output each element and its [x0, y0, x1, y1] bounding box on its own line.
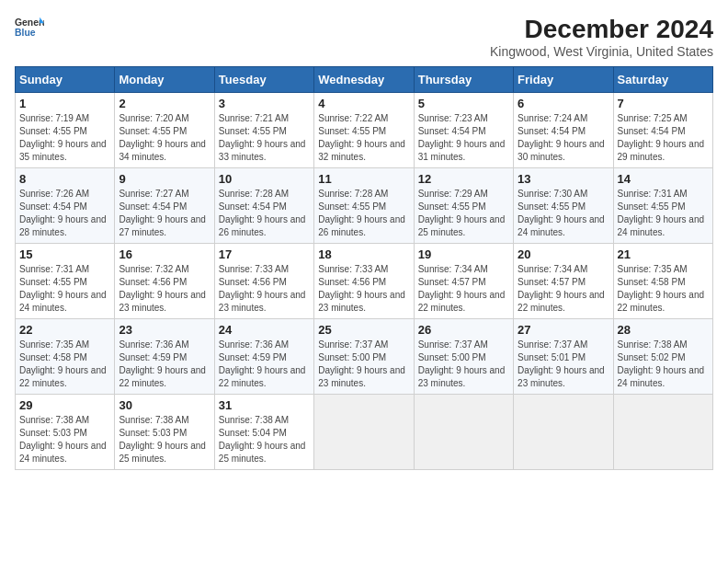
day-info: Sunrise: 7:20 AMSunset: 4:55 PMDaylight:…: [119, 112, 210, 164]
day-number: 19: [418, 247, 509, 261]
day-info: Sunrise: 7:35 AMSunset: 4:58 PMDaylight:…: [19, 339, 110, 390]
day-number: 24: [219, 323, 310, 337]
table-row: 29 Sunrise: 7:38 AMSunset: 5:03 PMDaylig…: [16, 395, 115, 470]
table-row: 14 Sunrise: 7:31 AMSunset: 4:55 PMDaylig…: [613, 168, 712, 244]
calendar-week-row: 29 Sunrise: 7:38 AMSunset: 5:03 PMDaylig…: [16, 395, 713, 470]
day-number: 17: [219, 247, 310, 261]
table-row: 19 Sunrise: 7:34 AMSunset: 4:57 PMDaylig…: [414, 244, 513, 319]
table-row: 8 Sunrise: 7:26 AMSunset: 4:54 PMDayligh…: [16, 168, 115, 244]
table-row: 10 Sunrise: 7:28 AMSunset: 4:54 PMDaylig…: [214, 168, 313, 244]
day-number: 22: [19, 323, 110, 337]
day-number: 1: [19, 97, 110, 110]
day-info: Sunrise: 7:25 AMSunset: 4:54 PMDaylight:…: [618, 112, 709, 164]
day-info: Sunrise: 7:28 AMSunset: 4:55 PMDaylight:…: [318, 188, 409, 239]
calendar-week-row: 22 Sunrise: 7:35 AMSunset: 4:58 PMDaylig…: [16, 319, 713, 395]
table-row: 23 Sunrise: 7:36 AMSunset: 4:59 PMDaylig…: [115, 319, 214, 395]
day-info: Sunrise: 7:30 AMSunset: 4:55 PMDaylight:…: [518, 188, 609, 239]
col-monday: Monday: [115, 67, 214, 93]
col-thursday: Thursday: [414, 67, 513, 93]
table-row: 28 Sunrise: 7:38 AMSunset: 5:02 PMDaylig…: [613, 319, 712, 395]
table-row: 24 Sunrise: 7:36 AMSunset: 4:59 PMDaylig…: [214, 319, 313, 395]
day-info: Sunrise: 7:33 AMSunset: 4:56 PMDaylight:…: [318, 263, 409, 315]
day-info: Sunrise: 7:37 AMSunset: 5:00 PMDaylight:…: [418, 339, 509, 390]
day-info: Sunrise: 7:34 AMSunset: 4:57 PMDaylight:…: [418, 263, 509, 315]
table-row: 21 Sunrise: 7:35 AMSunset: 4:58 PMDaylig…: [613, 244, 712, 319]
table-row: 20 Sunrise: 7:34 AMSunset: 4:57 PMDaylig…: [514, 244, 613, 319]
table-row: 12 Sunrise: 7:29 AMSunset: 4:55 PMDaylig…: [414, 168, 513, 244]
calendar-header-row: Sunday Monday Tuesday Wednesday Thursday…: [16, 67, 713, 93]
day-info: Sunrise: 7:38 AMSunset: 5:03 PMDaylight:…: [19, 414, 110, 465]
col-wednesday: Wednesday: [314, 67, 414, 93]
logo: General Blue: [15, 15, 44, 40]
table-row: 18 Sunrise: 7:33 AMSunset: 4:56 PMDaylig…: [314, 244, 414, 319]
day-number: 16: [119, 247, 210, 261]
logo-icon: General Blue: [15, 15, 44, 40]
day-number: 8: [19, 172, 110, 186]
day-number: 31: [219, 398, 310, 412]
day-info: Sunrise: 7:27 AMSunset: 4:54 PMDaylight:…: [119, 188, 210, 239]
day-number: 12: [418, 172, 509, 186]
day-number: 30: [119, 398, 210, 412]
day-number: 5: [418, 97, 509, 110]
day-number: 6: [518, 97, 609, 110]
day-number: 26: [418, 323, 509, 337]
day-number: 18: [318, 247, 409, 261]
day-number: 29: [19, 398, 110, 412]
day-info: Sunrise: 7:28 AMSunset: 4:54 PMDaylight:…: [219, 188, 310, 239]
day-info: Sunrise: 7:38 AMSunset: 5:03 PMDaylight:…: [119, 414, 210, 465]
table-row: 27 Sunrise: 7:37 AMSunset: 5:01 PMDaylig…: [514, 319, 613, 395]
day-info: Sunrise: 7:37 AMSunset: 5:00 PMDaylight:…: [318, 339, 409, 390]
day-number: 3: [219, 97, 310, 110]
header: General Blue December 2024 Kingwood, Wes…: [15, 15, 713, 59]
day-info: Sunrise: 7:31 AMSunset: 4:55 PMDaylight:…: [618, 188, 709, 239]
day-info: Sunrise: 7:35 AMSunset: 4:58 PMDaylight:…: [618, 263, 709, 315]
page-title: December 2024: [490, 15, 713, 44]
table-row: 1 Sunrise: 7:19 AMSunset: 4:55 PMDayligh…: [16, 93, 115, 168]
calendar-table: Sunday Monday Tuesday Wednesday Thursday…: [15, 66, 713, 470]
table-row: [613, 395, 712, 470]
day-info: Sunrise: 7:23 AMSunset: 4:54 PMDaylight:…: [418, 112, 509, 164]
col-sunday: Sunday: [16, 67, 115, 93]
day-info: Sunrise: 7:29 AMSunset: 4:55 PMDaylight:…: [418, 188, 509, 239]
day-info: Sunrise: 7:33 AMSunset: 4:56 PMDaylight:…: [219, 263, 310, 315]
table-row: 3 Sunrise: 7:21 AMSunset: 4:55 PMDayligh…: [214, 93, 313, 168]
day-number: 15: [19, 247, 110, 261]
day-number: 2: [119, 97, 210, 110]
day-number: 20: [518, 247, 609, 261]
table-row: 30 Sunrise: 7:38 AMSunset: 5:03 PMDaylig…: [115, 395, 214, 470]
col-saturday: Saturday: [613, 67, 712, 93]
day-info: Sunrise: 7:38 AMSunset: 5:02 PMDaylight:…: [618, 339, 709, 390]
day-number: 13: [518, 172, 609, 186]
day-info: Sunrise: 7:36 AMSunset: 4:59 PMDaylight:…: [119, 339, 210, 390]
table-row: 15 Sunrise: 7:31 AMSunset: 4:55 PMDaylig…: [16, 244, 115, 319]
col-friday: Friday: [514, 67, 613, 93]
table-row: 11 Sunrise: 7:28 AMSunset: 4:55 PMDaylig…: [314, 168, 414, 244]
day-number: 14: [618, 172, 709, 186]
table-row: 26 Sunrise: 7:37 AMSunset: 5:00 PMDaylig…: [414, 319, 513, 395]
day-number: 11: [318, 172, 409, 186]
day-info: Sunrise: 7:34 AMSunset: 4:57 PMDaylight:…: [518, 263, 609, 315]
table-row: 7 Sunrise: 7:25 AMSunset: 4:54 PMDayligh…: [613, 93, 712, 168]
calendar-week-row: 15 Sunrise: 7:31 AMSunset: 4:55 PMDaylig…: [16, 244, 713, 319]
table-row: 31 Sunrise: 7:38 AMSunset: 5:04 PMDaylig…: [214, 395, 313, 470]
calendar-week-row: 1 Sunrise: 7:19 AMSunset: 4:55 PMDayligh…: [16, 93, 713, 168]
day-number: 25: [318, 323, 409, 337]
table-row: 13 Sunrise: 7:30 AMSunset: 4:55 PMDaylig…: [514, 168, 613, 244]
day-info: Sunrise: 7:26 AMSunset: 4:54 PMDaylight:…: [19, 188, 110, 239]
day-info: Sunrise: 7:22 AMSunset: 4:55 PMDaylight:…: [318, 112, 409, 164]
col-tuesday: Tuesday: [214, 67, 313, 93]
table-row: 5 Sunrise: 7:23 AMSunset: 4:54 PMDayligh…: [414, 93, 513, 168]
day-info: Sunrise: 7:37 AMSunset: 5:01 PMDaylight:…: [518, 339, 609, 390]
table-row: [314, 395, 414, 470]
table-row: 9 Sunrise: 7:27 AMSunset: 4:54 PMDayligh…: [115, 168, 214, 244]
day-info: Sunrise: 7:36 AMSunset: 4:59 PMDaylight:…: [219, 339, 310, 390]
day-number: 21: [618, 247, 709, 261]
day-info: Sunrise: 7:38 AMSunset: 5:04 PMDaylight:…: [219, 414, 310, 465]
day-number: 4: [318, 97, 409, 110]
table-row: 22 Sunrise: 7:35 AMSunset: 4:58 PMDaylig…: [16, 319, 115, 395]
svg-text:Blue: Blue: [15, 28, 36, 38]
day-number: 7: [618, 97, 709, 110]
day-info: Sunrise: 7:24 AMSunset: 4:54 PMDaylight:…: [518, 112, 609, 164]
table-row: 6 Sunrise: 7:24 AMSunset: 4:54 PMDayligh…: [514, 93, 613, 168]
day-info: Sunrise: 7:31 AMSunset: 4:55 PMDaylight:…: [19, 263, 110, 315]
